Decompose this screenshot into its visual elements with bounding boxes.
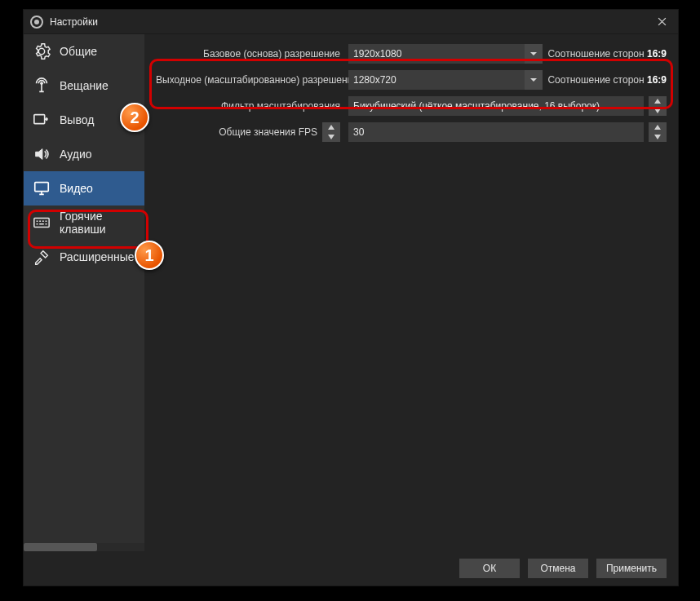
output-resolution-value: 1280x720 [353, 74, 397, 86]
spinner-down-icon [322, 132, 340, 142]
fps-spinner[interactable] [649, 122, 667, 142]
sidebar-item-output[interactable]: Вывод [24, 103, 144, 137]
ok-button[interactable]: ОК [459, 559, 520, 578]
window-title: Настройки [50, 16, 645, 28]
spinner-up-icon [649, 96, 667, 106]
output-aspect: Соотношение сторон 16:9 [547, 74, 667, 86]
base-resolution-label: Базовое (основа) разрешение [156, 48, 342, 60]
base-resolution-value: 1920x1080 [353, 48, 401, 60]
downscale-filter-value: Бикубический (чёткое масштабирование, 16… [353, 100, 600, 112]
sidebar-item-label: Вывод [60, 113, 94, 126]
spinner-up-icon [322, 122, 340, 132]
svg-rect-1 [34, 115, 45, 124]
monitor-icon [32, 179, 51, 198]
base-aspect: Соотношение сторон 16:9 [547, 48, 667, 60]
svg-rect-3 [34, 219, 49, 228]
sidebar-item-label: Видео [60, 182, 93, 195]
sidebar-scrollbar[interactable] [24, 543, 144, 551]
sidebar-item-advanced[interactable]: Расширенные [24, 240, 144, 274]
sidebar-item-audio[interactable]: Аудио [24, 137, 144, 171]
footer: ОК Отмена Применить [24, 551, 678, 586]
sidebar-item-label: Горячие клавиши [60, 210, 136, 236]
settings-window: Настройки Общие Вещание [23, 9, 679, 586]
chevron-down-icon [525, 70, 543, 90]
sidebar-item-label: Общие [60, 45, 97, 58]
downscale-filter-select[interactable]: Бикубический (чёткое масштабирование, 16… [348, 96, 644, 116]
chevron-down-icon [525, 44, 543, 64]
titlebar: Настройки [24, 10, 678, 34]
main-panel: Базовое (основа) разрешение 1920x1080 Со… [144, 34, 678, 551]
output-resolution-combo[interactable]: 1280x720 [348, 70, 543, 90]
fps-type-spinner[interactable] [322, 122, 340, 142]
filter-spinner[interactable] [649, 96, 667, 116]
sidebar-item-video[interactable]: Видео [24, 171, 144, 205]
output-resolution-label: Выходное (масштабированное) разрешение [156, 74, 342, 86]
downscale-filter-label: Фильтр масштабирования [156, 100, 342, 112]
sidebar-item-label: Аудио [60, 148, 92, 161]
fps-label: Общие значения FPS [219, 126, 317, 138]
fps-value: 30 [353, 126, 364, 138]
base-resolution-combo[interactable]: 1920x1080 [348, 44, 543, 64]
gear-icon [32, 42, 51, 61]
sidebar: Общие Вещание Вывод [24, 34, 144, 551]
antenna-icon [32, 76, 51, 95]
spinner-down-icon [649, 106, 667, 116]
keyboard-icon [32, 213, 51, 232]
tools-icon [32, 247, 51, 267]
apply-button[interactable]: Применить [596, 559, 667, 578]
fps-select[interactable]: 30 [348, 122, 644, 142]
app-icon [30, 15, 43, 29]
sidebar-item-hotkeys[interactable]: Горячие клавиши [24, 205, 144, 240]
sidebar-item-stream[interactable]: Вещание [24, 68, 144, 103]
svg-rect-2 [35, 183, 49, 192]
sidebar-item-label: Расширенные [60, 250, 135, 263]
close-button[interactable] [645, 10, 678, 34]
svg-point-0 [41, 82, 43, 85]
speaker-icon [32, 144, 51, 164]
window-body: Общие Вещание Вывод [24, 34, 678, 551]
cancel-button[interactable]: Отмена [528, 559, 588, 578]
spinner-up-icon [649, 122, 667, 132]
sidebar-item-general[interactable]: Общие [24, 34, 144, 68]
output-icon [32, 110, 51, 130]
sidebar-item-label: Вещание [60, 79, 109, 92]
spinner-down-icon [649, 132, 667, 142]
